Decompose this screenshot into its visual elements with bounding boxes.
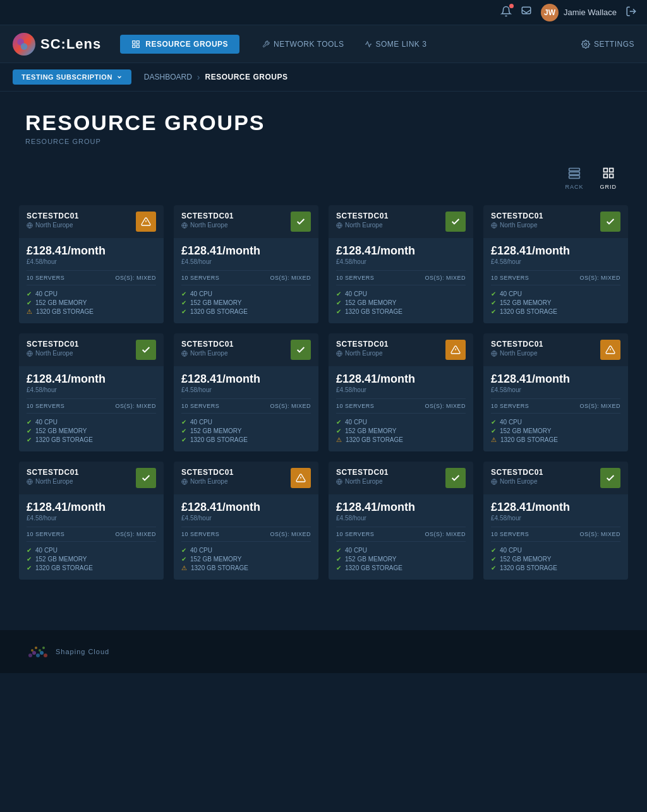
footer: Shaping Cloud	[0, 630, 647, 673]
settings-nav-link[interactable]: SETTINGS	[581, 40, 634, 49]
card-memory: ✔ 152 GB MEMORY	[181, 556, 311, 563]
region-icon	[27, 479, 33, 485]
card-storage: ✔ 1320 GB STORAGE	[336, 308, 466, 315]
user-info[interactable]: JW Jamie Wallace	[541, 4, 617, 21]
resource-card[interactable]: SCTESTDC01 North Europe £128.41/month £4…	[483, 333, 628, 451]
card-header: SCTESTDC01 North Europe	[483, 462, 628, 494]
resource-card[interactable]: SCTESTDC01 North Europe £128.41/month £4…	[329, 462, 473, 580]
rack-view-button[interactable]: RACK	[560, 164, 588, 193]
resource-card[interactable]: SCTESTDC01 North Europe £128.41/month £4…	[329, 205, 473, 323]
resource-card[interactable]: SCTESTDC01 North Europe £128.41/month £4…	[174, 333, 318, 451]
card-price-month: £128.41/month	[181, 244, 311, 258]
card-badge	[445, 212, 466, 232]
card-resources: ✔ 40 CPU ✔ 152 GB MEMORY ⚠ 1320 GB STORA…	[27, 290, 156, 315]
card-cpu: ✔ 40 CPU	[491, 547, 620, 554]
card-name: SCTESTDC01	[336, 340, 389, 349]
region-icon	[336, 350, 342, 357]
card-servers: 10 SERVERS	[336, 531, 374, 537]
card-body: £128.41/month £4.58/hour 10 SERVERS OS(S…	[483, 366, 628, 451]
card-cpu: ✔ 40 CPU	[336, 419, 466, 426]
svg-point-50	[28, 654, 32, 657]
card-storage: ⚠ 1320 GB STORAGE	[181, 564, 311, 571]
svg-rect-12	[569, 172, 580, 174]
card-servers: 10 SERVERS	[491, 275, 529, 281]
card-cpu: ✔ 40 CPU	[181, 547, 311, 554]
card-header: SCTESTDC01 North Europe	[329, 205, 473, 238]
region-icon	[181, 350, 188, 357]
card-region: North Europe	[27, 350, 79, 357]
page-subtitle: RESOURCE GROUP	[25, 138, 622, 145]
card-memory: ✔ 152 GB MEMORY	[491, 427, 620, 434]
card-body: £128.41/month £4.58/hour 10 SERVERS OS(S…	[19, 238, 164, 323]
grid-area: SCTESTDC01 North Europe £128.41/month £4…	[0, 199, 647, 605]
card-region: North Europe	[181, 350, 234, 357]
notification-icon[interactable]	[500, 6, 512, 20]
rack-icon	[568, 167, 581, 182]
card-name: SCTESTDC01	[336, 468, 389, 477]
card-header-info: SCTESTDC01 North Europe	[27, 212, 79, 229]
resource-card[interactable]: SCTESTDC01 North Europe £128.41/month £4…	[19, 333, 164, 451]
svg-point-52	[36, 654, 40, 657]
resource-card[interactable]: SCTESTDC01 North Europe £128.41/month £4…	[174, 462, 318, 580]
card-name: SCTESTDC01	[27, 340, 79, 349]
view-controls: RACK GRID	[0, 158, 647, 199]
region-icon	[27, 350, 33, 357]
card-cpu: ✔ 40 CPU	[491, 419, 620, 426]
card-storage: ✔ 1320 GB STORAGE	[336, 564, 466, 571]
svg-point-5	[21, 43, 28, 50]
card-name: SCTESTDC01	[181, 340, 234, 349]
breadcrumb-dashboard[interactable]: DASHBOARD	[144, 73, 192, 81]
card-header: SCTESTDC01 North Europe	[329, 462, 473, 494]
card-badge	[600, 212, 620, 232]
resource-card[interactable]: SCTESTDC01 North Europe £128.41/month £4…	[174, 205, 318, 323]
card-header: SCTESTDC01 North Europe	[329, 333, 473, 366]
card-region: North Europe	[181, 478, 234, 485]
settings-label: SETTINGS	[594, 40, 634, 49]
card-body: £128.41/month £4.58/hour 10 SERVERS OS(S…	[19, 494, 164, 580]
avatar: JW	[541, 4, 559, 21]
card-price-month: £128.41/month	[336, 373, 466, 386]
card-name: SCTESTDC01	[491, 212, 543, 220]
card-header: SCTESTDC01 North Europe	[483, 205, 628, 238]
card-price-hour: £4.58/hour	[491, 386, 620, 393]
resource-groups-nav-button[interactable]: RESOURCE GROUPS	[120, 35, 239, 54]
card-storage: ✔ 1320 GB STORAGE	[181, 308, 311, 315]
resource-card[interactable]: SCTESTDC01 North Europe £128.41/month £4…	[19, 462, 164, 580]
card-storage: ⚠ 1320 GB STORAGE	[336, 436, 466, 443]
logo-text: SC:Lens	[40, 36, 101, 52]
svg-point-54	[44, 654, 47, 657]
breadcrumb-current: RESOURCE GROUPS	[205, 73, 288, 81]
card-os: OS(S): MIXED	[115, 531, 156, 537]
card-cpu: ✔ 40 CPU	[336, 547, 466, 554]
subscription-button[interactable]: TESTING SUBSCRIPTION	[13, 69, 131, 85]
top-bar-icons: JW Jamie Wallace	[500, 4, 637, 21]
logout-icon[interactable]	[626, 6, 637, 20]
region-icon	[336, 222, 342, 229]
resource-card[interactable]: SCTESTDC01 North Europe £128.41/month £4…	[329, 333, 473, 451]
card-name: SCTESTDC01	[491, 340, 543, 349]
region-icon	[181, 479, 188, 485]
card-body: £128.41/month £4.58/hour 10 SERVERS OS(S…	[174, 366, 318, 451]
card-resources: ✔ 40 CPU ✔ 152 GB MEMORY ✔ 1320 GB STORA…	[27, 547, 156, 571]
card-resources: ✔ 40 CPU ✔ 152 GB MEMORY ⚠ 1320 GB STORA…	[336, 419, 466, 443]
resource-card[interactable]: SCTESTDC01 North Europe £128.41/month £4…	[19, 205, 164, 323]
card-price-hour: £4.58/hour	[181, 258, 311, 265]
region-icon	[491, 350, 497, 357]
card-body: £128.41/month £4.58/hour 10 SERVERS OS(S…	[329, 494, 473, 580]
resource-card[interactable]: SCTESTDC01 North Europe £128.41/month £4…	[483, 205, 628, 323]
card-storage: ⚠ 1320 GB STORAGE	[491, 436, 620, 443]
logo: SC:Lens	[13, 33, 101, 56]
rack-label: RACK	[565, 184, 583, 190]
card-price-hour: £4.58/hour	[336, 386, 466, 393]
resource-card[interactable]: SCTESTDC01 North Europe £128.41/month £4…	[483, 462, 628, 580]
svg-point-53	[40, 651, 44, 655]
some-link-3-nav-link[interactable]: SOME LINK 3	[354, 35, 437, 54]
logo-sc: SC:	[40, 36, 66, 52]
card-resources: ✔ 40 CPU ✔ 152 GB MEMORY ✔ 1320 GB STORA…	[181, 419, 311, 443]
svg-rect-17	[603, 174, 607, 178]
grid-view-button[interactable]: GRID	[595, 164, 622, 193]
card-region: North Europe	[336, 478, 389, 485]
message-icon[interactable]	[521, 6, 532, 20]
card-resources: ✔ 40 CPU ✔ 152 GB MEMORY ⚠ 1320 GB STORA…	[181, 547, 311, 571]
network-tools-nav-link[interactable]: NETWORK TOOLS	[252, 35, 354, 54]
